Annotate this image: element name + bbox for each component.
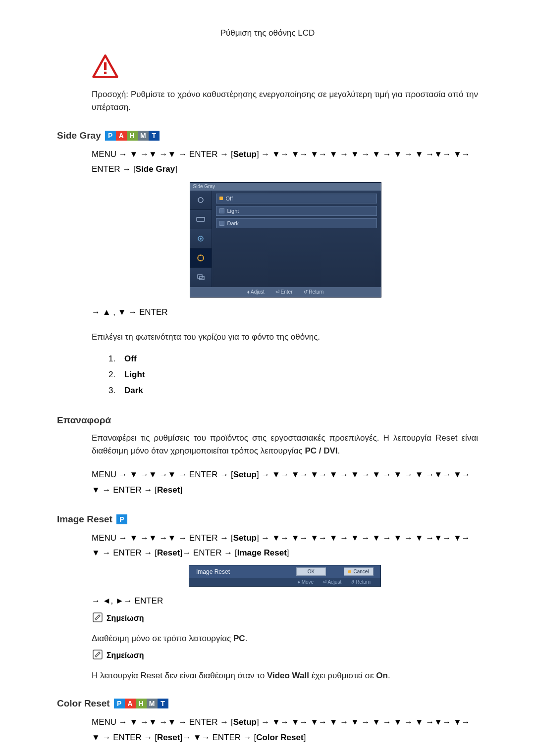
osd-footer-item: ↺ Return [350,579,371,585]
note-row-2: Σημείωση [92,649,478,662]
svg-rect-2 [104,72,107,74]
badge-p: P [105,131,116,141]
svg-rect-11 [93,650,102,659]
section-heading-side-gray: Side Gray P A H M T [57,130,478,141]
svg-rect-1 [104,62,107,70]
osd-footer-item: ♦ Adjust [247,289,265,295]
badge-p: P [114,699,125,708]
badge-t: T [149,131,160,141]
reset-desc: Επαναφέρει τις ρυθμίσεις του προϊόντος σ… [92,432,478,458]
section-heading-reset: Επαναφορά [57,415,478,426]
text-bold: On [376,671,388,680]
nav-text: MENU → ▼ →▼ →▼ → ENTER → [92,717,231,727]
note-label: Σημείωση [107,651,144,660]
side-gray-heading-text: Side Gray [57,130,101,141]
nav-reset: Reset [157,548,180,557]
warning-icon [92,53,478,82]
nav-reset: Reset [157,733,180,742]
list-item: 3.Dark [108,383,478,399]
osd-footer: ♦ Adjust ⏎ Enter ↺ Return [190,287,381,297]
list-item: 1.Off [108,351,478,367]
svg-rect-10 [93,613,102,622]
badge-h: H [127,131,138,141]
osd-tab-icon [190,268,212,287]
badge-a: A [125,699,136,708]
text-fragment: . [388,671,390,680]
osd-footer-item: ⏎ Enter [275,289,293,295]
osd-row-off: Off [216,194,377,203]
color-reset-content: MENU → ▼ →▼ →▼ → ENTER → [Setup] → ▼→ ▼→… [92,715,478,745]
text-fragment: . [245,634,248,643]
nav-text: MENU → ▼ →▼ →▼ → ENTER → [92,533,231,543]
color-reset-heading-text: Color Reset [57,698,110,709]
osd-tab-icon [190,210,212,229]
badge-p: P [116,514,127,524]
osd2-title: Image Reset [196,568,230,575]
image-reset-nav1: MENU → ▼ →▼ →▼ → ENTER → [Setup] → ▼→ ▼→… [92,531,478,561]
osd-row-label: Light [227,208,239,214]
list-item: 2.Light [108,367,478,383]
text-bold: Video Wall [267,671,309,680]
image-reset-nav2: → ◄, ►→ ENTER [92,594,478,609]
svg-point-6 [200,238,202,240]
text-bold: PC / DVI [305,446,337,455]
svg-point-3 [198,198,203,202]
btn-label: Cancel [353,569,369,574]
warning-text: Προσοχή: Ρυθμίστε το χρόνο καθυστέρησης … [92,88,478,114]
osd-footer-item: ♦ Move [298,579,314,585]
osd-tab-icon [190,191,212,210]
nav-setup: Setup [233,470,257,479]
nav-setup: Setup [233,533,257,543]
text-fragment: Διαθέσιμη μόνο σε τρόπο λειτουργίας [92,634,233,643]
osd-row-label: Off [226,196,233,202]
text-bold: PC [233,634,245,643]
note-icon [92,611,104,625]
osd-title: Side Gray [190,183,381,191]
nav-setup: Setup [233,150,257,159]
nav-reset: Reset [157,485,180,495]
side-gray-nav1: MENU → ▼ →▼ →▼ → ENTER → [Setup] → ▼→ ▼→… [92,147,478,177]
warning-block: Προσοχή: Ρυθμίστε το χρόνο καθυστέρησης … [92,53,478,114]
reset-content: Επαναφέρει τις ρυθμίσεις του προϊόντος σ… [92,432,478,498]
page-title: Ρύθμιση της οθόνης LCD [57,28,478,38]
badge-strip-color-reset: P A H M T [114,699,168,708]
nav-text: MENU → ▼ →▼ →▼ → ENTER → [92,470,231,479]
badge-strip-image-reset: P [116,514,127,524]
osd-side-gray: Side Gray [190,182,380,298]
osd-row-light: Light [216,206,377,216]
badge-t: T [158,699,168,708]
color-reset-nav: MENU → ▼ →▼ →▼ → ENTER → [Setup] → ▼→ ▼→… [92,715,478,745]
osd-row-dark: Dark [216,218,377,228]
badge-m: M [138,131,149,141]
nav-setup: Setup [233,717,257,727]
nav-image-reset: Image Reset [237,548,287,557]
osd-tab-icon-active [190,249,212,268]
header-rule-top [57,25,478,25]
page: Ρύθμιση της οθόνης LCD Προσοχή: Ρυθμίστε… [0,0,535,756]
reset-nav: MENU → ▼ →▼ →▼ → ENTER → [Setup] → ▼→ ▼→… [92,467,478,498]
nav-color-reset: Color Reset [256,733,303,742]
badge-strip-side-gray: P A H M T [105,131,160,141]
osd-ok-button: OK [296,567,326,576]
text-fragment: έχει ρυθμιστεί σε [309,671,376,680]
image-reset-content: MENU → ▼ →▼ →▼ → ENTER → [Setup] → ▼→ ▼→… [92,531,478,682]
osd-options: Off Light Dark [212,191,381,287]
side-gray-desc: Επιλέγει τη φωτεινότητα του γκρίζου για … [92,331,478,344]
nav-text: → ENTER → [182,548,235,557]
badge-m: M [147,699,158,708]
side-gray-options-list: 1.Off 2.Light 3.Dark [92,351,478,399]
osd-side-tabs [190,191,212,287]
text-fragment: Επαναφέρει τις ρυθμίσεις του προϊόντος σ… [92,433,478,455]
badge-h: H [136,699,147,708]
reset-heading-text: Επαναφορά [57,415,111,426]
image-reset-heading-text: Image Reset [57,514,112,525]
svg-rect-4 [197,217,205,221]
note-label: Σημείωση [107,614,144,623]
osd-row-label: Dark [227,220,239,226]
nav-text: MENU → ▼ →▼ →▼ → ENTER → [92,150,231,159]
nav-sidegray: Side Gray [136,164,175,174]
section-heading-color-reset: Color Reset P A H M T [57,698,478,709]
option-dark: Dark [124,383,143,399]
osd-cancel-button: Cancel [344,567,374,576]
osd-footer-item: ↺ Return [304,289,324,295]
